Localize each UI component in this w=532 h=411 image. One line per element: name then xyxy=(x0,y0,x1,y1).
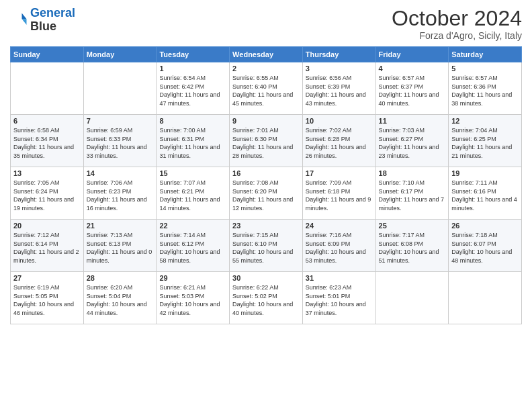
day-info: Sunrise: 7:16 AMSunset: 6:09 PMDaylight:… xyxy=(306,231,373,265)
day-cell: 5Sunrise: 6:57 AMSunset: 6:36 PMDaylight… xyxy=(449,62,522,115)
day-info: Sunrise: 7:02 AMSunset: 6:28 PMDaylight:… xyxy=(306,126,373,160)
day-number: 6 xyxy=(13,117,81,125)
day-number: 25 xyxy=(379,222,446,230)
day-cell: 24Sunrise: 7:16 AMSunset: 6:09 PMDayligh… xyxy=(302,220,375,272)
week-row-3: 13Sunrise: 7:05 AMSunset: 6:24 PMDayligh… xyxy=(11,167,522,220)
day-number: 5 xyxy=(451,64,519,73)
day-info: Sunrise: 6:57 AMSunset: 6:36 PMDaylight:… xyxy=(451,74,519,107)
day-cell xyxy=(375,272,449,324)
day-info: Sunrise: 7:07 AMSunset: 6:21 PMDaylight:… xyxy=(159,179,226,212)
day-cell: 29Sunrise: 6:21 AMSunset: 5:03 PMDayligh… xyxy=(157,272,230,324)
day-cell xyxy=(11,62,84,115)
day-number: 22 xyxy=(159,222,226,230)
day-cell: 10Sunrise: 7:02 AMSunset: 6:28 PMDayligh… xyxy=(302,115,375,167)
day-cell: 12Sunrise: 7:04 AMSunset: 6:25 PMDayligh… xyxy=(449,115,522,167)
day-number: 14 xyxy=(87,169,154,177)
day-number: 4 xyxy=(379,64,446,73)
day-info: Sunrise: 7:08 AMSunset: 6:20 PMDaylight:… xyxy=(232,179,300,212)
day-info: Sunrise: 7:14 AMSunset: 6:12 PMDaylight:… xyxy=(159,231,226,265)
day-cell: 31Sunrise: 6:23 AMSunset: 5:01 PMDayligh… xyxy=(302,272,375,324)
day-info: Sunrise: 7:04 AMSunset: 6:25 PMDaylight:… xyxy=(451,126,519,160)
day-number: 1 xyxy=(159,64,226,73)
day-cell: 2Sunrise: 6:55 AMSunset: 6:40 PMDaylight… xyxy=(230,62,303,115)
day-number: 23 xyxy=(232,222,300,230)
day-cell: 7Sunrise: 6:59 AMSunset: 6:33 PMDaylight… xyxy=(83,115,157,167)
day-cell: 23Sunrise: 7:15 AMSunset: 6:10 PMDayligh… xyxy=(230,220,303,272)
day-number: 8 xyxy=(159,117,226,125)
page-container: General Blue October 2024 Forza d'Agro, … xyxy=(0,0,532,331)
day-cell: 25Sunrise: 7:17 AMSunset: 6:08 PMDayligh… xyxy=(375,220,449,272)
day-header-monday: Monday xyxy=(83,47,157,62)
day-info: Sunrise: 7:12 AMSunset: 6:14 PMDaylight:… xyxy=(13,231,81,265)
day-cell: 14Sunrise: 7:06 AMSunset: 6:23 PMDayligh… xyxy=(83,167,157,220)
week-row-2: 6Sunrise: 6:58 AMSunset: 6:34 PMDaylight… xyxy=(11,115,522,167)
day-number: 24 xyxy=(306,222,373,230)
day-header-thursday: Thursday xyxy=(302,47,375,62)
day-header-tuesday: Tuesday xyxy=(157,47,230,62)
day-number: 30 xyxy=(232,274,300,282)
day-cell: 1Sunrise: 6:54 AMSunset: 6:42 PMDaylight… xyxy=(157,62,230,115)
day-cell: 27Sunrise: 6:19 AMSunset: 5:05 PMDayligh… xyxy=(11,272,84,324)
day-info: Sunrise: 6:59 AMSunset: 6:33 PMDaylight:… xyxy=(87,126,154,160)
day-number: 19 xyxy=(451,169,519,177)
day-number: 12 xyxy=(451,117,519,125)
day-info: Sunrise: 6:22 AMSunset: 5:02 PMDaylight:… xyxy=(232,283,300,317)
day-info: Sunrise: 6:20 AMSunset: 5:04 PMDaylight:… xyxy=(87,283,154,317)
day-cell: 21Sunrise: 7:13 AMSunset: 6:13 PMDayligh… xyxy=(83,220,157,272)
day-number: 29 xyxy=(159,274,226,282)
svg-marker-1 xyxy=(22,19,27,25)
day-number: 7 xyxy=(87,117,154,125)
week-row-5: 27Sunrise: 6:19 AMSunset: 5:05 PMDayligh… xyxy=(11,272,522,324)
day-number: 13 xyxy=(13,169,81,177)
day-info: Sunrise: 7:11 AMSunset: 6:16 PMDaylight:… xyxy=(451,179,519,212)
day-number: 28 xyxy=(87,274,154,282)
day-number: 20 xyxy=(13,222,81,230)
day-header-saturday: Saturday xyxy=(449,47,522,62)
title-section: October 2024 Forza d'Agro, Sicily, Italy xyxy=(392,7,522,41)
day-cell: 19Sunrise: 7:11 AMSunset: 6:16 PMDayligh… xyxy=(449,167,522,220)
day-cell: 18Sunrise: 7:10 AMSunset: 6:17 PMDayligh… xyxy=(375,167,449,220)
day-info: Sunrise: 7:10 AMSunset: 6:17 PMDaylight:… xyxy=(379,179,446,212)
day-info: Sunrise: 7:03 AMSunset: 6:27 PMDaylight:… xyxy=(379,126,446,160)
day-info: Sunrise: 6:21 AMSunset: 5:03 PMDaylight:… xyxy=(159,283,226,317)
svg-marker-0 xyxy=(22,13,27,19)
day-info: Sunrise: 7:01 AMSunset: 6:30 PMDaylight:… xyxy=(232,126,300,160)
day-cell: 22Sunrise: 7:14 AMSunset: 6:12 PMDayligh… xyxy=(157,220,230,272)
day-info: Sunrise: 7:18 AMSunset: 6:07 PMDaylight:… xyxy=(451,231,519,265)
day-info: Sunrise: 7:17 AMSunset: 6:08 PMDaylight:… xyxy=(379,231,446,265)
day-info: Sunrise: 6:54 AMSunset: 6:42 PMDaylight:… xyxy=(159,74,226,107)
day-cell: 8Sunrise: 7:00 AMSunset: 6:31 PMDaylight… xyxy=(157,115,230,167)
day-cell: 26Sunrise: 7:18 AMSunset: 6:07 PMDayligh… xyxy=(449,220,522,272)
day-number: 16 xyxy=(232,169,300,177)
day-number: 3 xyxy=(306,64,373,73)
day-number: 27 xyxy=(13,274,81,282)
day-number: 17 xyxy=(306,169,373,177)
week-row-4: 20Sunrise: 7:12 AMSunset: 6:14 PMDayligh… xyxy=(11,220,522,272)
day-number: 21 xyxy=(87,222,154,230)
day-number: 2 xyxy=(232,64,300,73)
day-header-sunday: Sunday xyxy=(11,47,84,62)
location-subtitle: Forza d'Agro, Sicily, Italy xyxy=(392,30,522,41)
day-number: 9 xyxy=(232,117,300,125)
day-info: Sunrise: 7:00 AMSunset: 6:31 PMDaylight:… xyxy=(159,126,226,160)
day-cell: 9Sunrise: 7:01 AMSunset: 6:30 PMDaylight… xyxy=(230,115,303,167)
day-cell: 6Sunrise: 6:58 AMSunset: 6:34 PMDaylight… xyxy=(11,115,84,167)
day-number: 18 xyxy=(379,169,446,177)
day-cell: 20Sunrise: 7:12 AMSunset: 6:14 PMDayligh… xyxy=(11,220,84,272)
day-info: Sunrise: 7:06 AMSunset: 6:23 PMDaylight:… xyxy=(87,179,154,212)
day-info: Sunrise: 7:13 AMSunset: 6:13 PMDaylight:… xyxy=(87,231,154,265)
day-header-friday: Friday xyxy=(375,47,449,62)
day-number: 11 xyxy=(379,117,446,125)
day-info: Sunrise: 6:57 AMSunset: 6:37 PMDaylight:… xyxy=(379,74,446,107)
day-cell: 15Sunrise: 7:07 AMSunset: 6:21 PMDayligh… xyxy=(157,167,230,220)
day-cell xyxy=(83,62,157,115)
day-cell: 11Sunrise: 7:03 AMSunset: 6:27 PMDayligh… xyxy=(375,115,449,167)
day-info: Sunrise: 7:15 AMSunset: 6:10 PMDaylight:… xyxy=(232,231,300,265)
day-cell: 3Sunrise: 6:56 AMSunset: 6:39 PMDaylight… xyxy=(302,62,375,115)
month-title: October 2024 xyxy=(392,7,522,30)
header-row: SundayMondayTuesdayWednesdayThursdayFrid… xyxy=(11,47,522,62)
day-info: Sunrise: 6:58 AMSunset: 6:34 PMDaylight:… xyxy=(13,126,81,160)
day-info: Sunrise: 6:55 AMSunset: 6:40 PMDaylight:… xyxy=(232,74,300,107)
day-info: Sunrise: 7:05 AMSunset: 6:24 PMDaylight:… xyxy=(13,179,81,212)
logo: General Blue xyxy=(10,7,75,34)
